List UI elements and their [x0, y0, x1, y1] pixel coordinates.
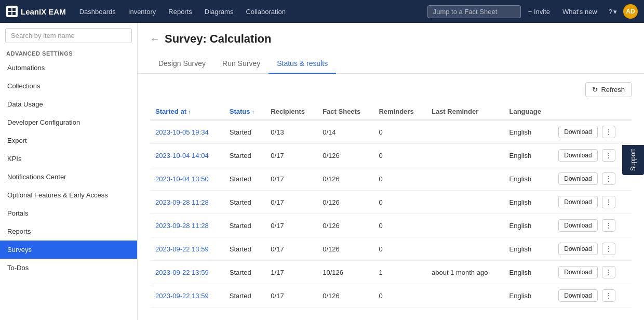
- sidebar-item-portals[interactable]: Portals: [0, 204, 137, 222]
- cell-reminders-3: 0: [373, 191, 426, 214]
- cell-status-7: Started: [224, 284, 266, 308]
- table-area: ↻ Refresh Started at Status Recipients F…: [138, 74, 644, 320]
- cell-actions-4: Download ⋮: [553, 214, 632, 237]
- cell-status-4: Started: [224, 214, 266, 237]
- col-recipients: Recipients: [265, 103, 317, 120]
- cell-fact-sheets-7: 0/126: [317, 284, 373, 308]
- cell-started-at-5[interactable]: 2023-09-22 13:59: [150, 237, 224, 261]
- cell-fact-sheets-6: 10/126: [317, 261, 373, 284]
- download-button-2[interactable]: Download: [558, 172, 597, 185]
- app-logo[interactable]: LeanIX EAM: [6, 6, 66, 17]
- svg-rect-2: [8, 12, 11, 15]
- cell-fact-sheets-5: 0/126: [317, 237, 373, 261]
- table-header: Started at Status Recipients Fact Sheets…: [150, 103, 632, 120]
- back-button[interactable]: ←: [150, 34, 159, 45]
- tab-run-survey[interactable]: Run Survey: [214, 54, 269, 74]
- download-button-4[interactable]: Download: [558, 219, 597, 232]
- sidebar-item-surveys[interactable]: Surveys: [0, 241, 137, 259]
- cell-fact-sheets-4: 0/126: [317, 214, 373, 237]
- cell-language-0: English: [504, 120, 554, 144]
- cell-started-at-7[interactable]: 2023-09-22 13:59: [150, 284, 224, 308]
- sidebar-item-developer-configuration[interactable]: Developer Configuration: [0, 113, 137, 131]
- cell-status-3: Started: [224, 191, 266, 214]
- nav-diagrams[interactable]: Diagrams: [199, 6, 239, 18]
- svg-rect-0: [8, 8, 11, 11]
- nav-collaboration[interactable]: Collaboration: [240, 6, 291, 18]
- cell-reminders-7: 0: [373, 284, 426, 308]
- download-button-5[interactable]: Download: [558, 243, 597, 255]
- page-title: Survey: Calculation: [165, 32, 271, 46]
- cell-reminders-1: 0: [373, 144, 426, 167]
- more-button-1[interactable]: ⋮: [602, 149, 615, 162]
- tab-design-survey[interactable]: Design Survey: [150, 54, 214, 74]
- help-button[interactable]: ? ▾: [605, 6, 621, 18]
- sidebar-search-wrapper: [0, 23, 137, 46]
- cell-started-at-1[interactable]: 2023-10-04 14:04: [150, 144, 224, 167]
- sidebar-search-input[interactable]: [5, 28, 132, 43]
- download-button-7[interactable]: Download: [558, 289, 597, 302]
- refresh-icon: ↻: [592, 86, 598, 94]
- table-row: 2023-09-22 13:59 Started 0/17 0/126 0 En…: [150, 284, 632, 308]
- cell-recipients-7: 0/17: [265, 284, 317, 308]
- sidebar-item-to-dos[interactable]: To-Dos: [0, 259, 137, 277]
- download-button-6[interactable]: Download: [558, 266, 597, 278]
- global-search-input[interactable]: [427, 5, 521, 18]
- col-fact-sheets: Fact Sheets: [317, 103, 373, 120]
- sidebar-item-notifications-center[interactable]: Notifications Center: [0, 168, 137, 186]
- table-row: 2023-10-04 13:50 Started 0/17 0/126 0 En…: [150, 167, 632, 191]
- cell-last-reminder-1: [426, 144, 504, 167]
- cell-last-reminder-2: [426, 167, 504, 191]
- more-button-7[interactable]: ⋮: [602, 289, 615, 302]
- cell-last-reminder-7: [426, 284, 504, 308]
- cell-last-reminder-6: about 1 month ago: [426, 261, 504, 284]
- nav-inventory[interactable]: Inventory: [123, 6, 161, 18]
- tab-status-results[interactable]: Status & results: [269, 54, 336, 74]
- cell-started-at-0[interactable]: 2023-10-05 19:34: [150, 120, 224, 144]
- col-language: Language: [504, 103, 554, 120]
- more-button-4[interactable]: ⋮: [602, 219, 615, 232]
- table-row: 2023-09-22 13:59 Started 1/17 10/126 1 a…: [150, 261, 632, 284]
- sidebar-item-automations[interactable]: Automations: [0, 59, 137, 77]
- cell-actions-0: Download ⋮: [553, 120, 632, 144]
- cell-reminders-2: 0: [373, 167, 426, 191]
- cell-fact-sheets-0: 0/14: [317, 120, 373, 144]
- more-button-2[interactable]: ⋮: [602, 172, 615, 185]
- table-row: 2023-10-04 14:04 Started 0/17 0/126 0 En…: [150, 144, 632, 167]
- cell-language-3: English: [504, 191, 554, 214]
- download-button-3[interactable]: Download: [558, 196, 597, 208]
- cell-started-at-2[interactable]: 2023-10-04 13:50: [150, 167, 224, 191]
- cell-recipients-0: 0/13: [265, 120, 317, 144]
- cell-language-2: English: [504, 167, 554, 191]
- download-button-0[interactable]: Download: [558, 126, 597, 138]
- table-row: 2023-09-28 11:28 Started 0/17 0/126 0 En…: [150, 214, 632, 237]
- sidebar-item-collections[interactable]: Collections: [0, 77, 137, 95]
- cell-status-1: Started: [224, 144, 266, 167]
- download-button-1[interactable]: Download: [558, 149, 597, 162]
- table-row: 2023-09-28 11:28 Started 0/17 0/126 0 En…: [150, 191, 632, 214]
- user-avatar[interactable]: AD: [623, 4, 638, 19]
- cell-started-at-4[interactable]: 2023-09-28 11:28: [150, 214, 224, 237]
- cell-language-1: English: [504, 144, 554, 167]
- refresh-button[interactable]: ↻ Refresh: [585, 82, 632, 97]
- cell-language-5: English: [504, 237, 554, 261]
- invite-button[interactable]: + Invite: [523, 6, 555, 18]
- support-tab[interactable]: Support: [622, 145, 644, 175]
- cell-started-at-6[interactable]: 2023-09-22 13:59: [150, 261, 224, 284]
- sidebar-item-kpis[interactable]: KPIs: [0, 150, 137, 168]
- nav-dashboards[interactable]: Dashboards: [74, 6, 121, 18]
- more-button-5[interactable]: ⋮: [602, 243, 615, 255]
- more-button-3[interactable]: ⋮: [602, 196, 615, 208]
- sidebar-item-export[interactable]: Export: [0, 131, 137, 150]
- nav-reports[interactable]: Reports: [163, 6, 197, 18]
- cell-started-at-3[interactable]: 2023-09-28 11:28: [150, 191, 224, 214]
- sidebar-item-optional-features[interactable]: Optional Features & Early Access: [0, 186, 137, 204]
- more-button-6[interactable]: ⋮: [602, 266, 615, 278]
- col-status[interactable]: Status: [224, 103, 266, 120]
- more-button-0[interactable]: ⋮: [602, 126, 615, 138]
- cell-status-0: Started: [224, 120, 266, 144]
- table-row: 2023-10-05 19:34 Started 0/13 0/14 0 Eng…: [150, 120, 632, 144]
- whats-new-link[interactable]: What's new: [557, 6, 602, 18]
- col-started-at[interactable]: Started at: [150, 103, 224, 120]
- sidebar-item-data-usage[interactable]: Data Usage: [0, 95, 137, 113]
- sidebar-item-reports[interactable]: Reports: [0, 222, 137, 241]
